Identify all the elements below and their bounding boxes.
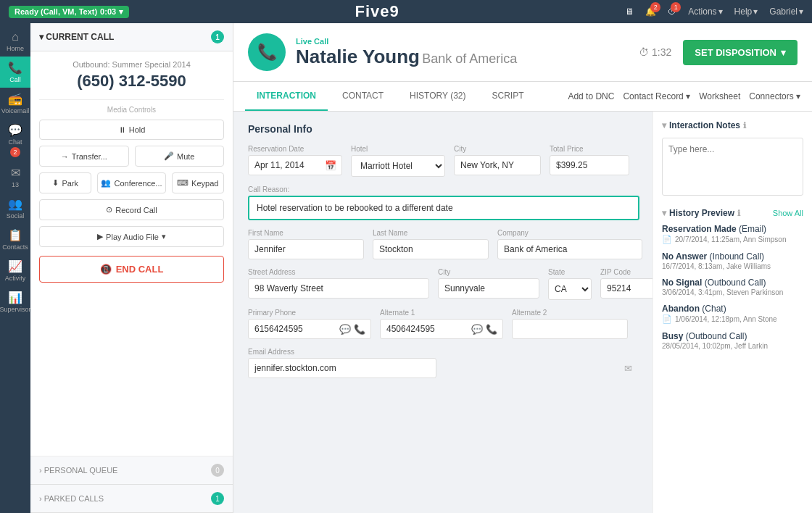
- end-call-button[interactable]: 📵 END CALL: [39, 256, 224, 283]
- phone-icon: 📞: [257, 43, 277, 62]
- notes-info-icon[interactable]: ℹ: [743, 121, 746, 130]
- user-menu[interactable]: Gabriel ▾: [769, 7, 803, 17]
- alt2-group: Alternate 2: [512, 309, 628, 339]
- sidebar-item-supervisor[interactable]: 📊 Supervisor: [0, 286, 30, 317]
- help-menu[interactable]: Help ▾: [734, 7, 758, 17]
- history-preview-title: ▾ History Preview ℹ: [662, 208, 740, 218]
- state-group: State CA: [548, 268, 592, 300]
- street-input[interactable]: [248, 278, 429, 299]
- sidebar-item-social[interactable]: 👥 Social: [0, 193, 30, 224]
- alt1-sms-icon[interactable]: 💬: [471, 324, 483, 335]
- personal-queue-section[interactable]: › PERSONAL QUEUE 0: [30, 456, 233, 485]
- record-call-button[interactable]: ⊙ Record Call: [39, 199, 224, 220]
- tab-contact[interactable]: CONTACT: [331, 82, 395, 111]
- clock-badge: 1: [671, 2, 681, 12]
- right-panel: ▾ Interaction Notes ℹ ▾ History Preview …: [652, 112, 812, 513]
- state-select[interactable]: CA: [548, 278, 592, 300]
- park-button[interactable]: ⬇ Park: [39, 172, 91, 193]
- last-name-input[interactable]: [373, 239, 489, 259]
- interaction-notes-textarea[interactable]: [662, 138, 803, 196]
- chat-badge: 2: [10, 147, 20, 157]
- mute-icon: 🎤: [164, 151, 174, 161]
- history-item-3: Abandon (Chat) 📄 1/06/2014, 12:18pm, Ann…: [662, 304, 803, 324]
- set-disposition-button[interactable]: SET DISPOSITION ▾: [683, 40, 798, 65]
- play-audio-button[interactable]: ▶ Play Audio File ▾: [39, 226, 224, 247]
- company-input[interactable]: [497, 239, 642, 259]
- personal-info-title: Personal Info: [248, 123, 638, 135]
- keypad-button[interactable]: ⌨ Keypad: [172, 172, 224, 193]
- alt1-call-icon[interactable]: 📞: [486, 324, 497, 335]
- history-item-3-title: Abandon (Chat): [662, 304, 803, 314]
- pause-icon: ⏸: [118, 125, 126, 134]
- sidebar-item-activity[interactable]: 📈 Activity: [0, 255, 30, 286]
- voicemail-icon: 📻: [8, 92, 22, 106]
- total-price-input[interactable]: [550, 155, 629, 175]
- history-list: Reservation Made (Email) 📄 20/7/2014, 11…: [662, 224, 803, 350]
- connectors-link[interactable]: Connectors: [749, 91, 800, 101]
- city-input[interactable]: [454, 155, 541, 175]
- email-input[interactable]: [248, 358, 436, 378]
- sidebar-item-chat[interactable]: 💬 Chat 2: [0, 119, 30, 162]
- first-name-group: First Name: [248, 229, 364, 259]
- phone-call-icon[interactable]: 📞: [354, 324, 365, 335]
- live-call-label: Live Call: [296, 37, 517, 46]
- topbar: Ready (Call, VM, Text) 0:03 ▾ Five9 🖥 🔔 …: [0, 0, 812, 23]
- tab-interaction[interactable]: INTERACTION: [245, 82, 328, 111]
- add-to-dnc-link[interactable]: Add to DNC: [568, 91, 614, 101]
- transfer-button[interactable]: → Transfer...: [39, 146, 129, 167]
- supervisor-icon: 📊: [8, 291, 22, 304]
- notes-toggle[interactable]: ▾: [662, 120, 666, 130]
- hotel-select[interactable]: Marriott Hotel: [351, 155, 445, 177]
- history-item-0-title: Reservation Made (Email): [662, 224, 803, 234]
- show-all-link[interactable]: Show All: [773, 209, 803, 217]
- street-label: Street Address: [248, 268, 429, 276]
- sms-icon[interactable]: 💬: [339, 324, 351, 335]
- sidebar-item-voicemail[interactable]: 📻 Voicemail: [0, 88, 30, 119]
- worksheet-link[interactable]: Worksheet: [699, 91, 740, 101]
- history-info-icon[interactable]: ℹ: [737, 209, 740, 218]
- city-label: City: [454, 145, 541, 153]
- primary-phone-label: Primary Phone: [248, 309, 371, 317]
- street-group: Street Address: [248, 268, 429, 300]
- history-item-1-title: No Answer (Inbound Call): [662, 251, 803, 262]
- zip-input[interactable]: [600, 278, 652, 299]
- history-item-0-sub: 📄 20/7/2014, 11:25am, Ann Simpson: [662, 235, 803, 244]
- actions-menu[interactable]: Actions ▾: [688, 7, 722, 17]
- call-timer: ⏱ 1:32: [639, 46, 671, 58]
- transfer-mute-row: → Transfer... 🎤 Mute: [39, 146, 224, 167]
- tabs-bar: INTERACTION CONTACT HISTORY (32) SCRIPT …: [233, 82, 812, 112]
- topbar-left: Ready (Call, VM, Text) 0:03 ▾: [9, 6, 129, 18]
- history-item-4-title: Busy (Outbound Call): [662, 331, 803, 341]
- history-toggle[interactable]: ▾: [662, 208, 666, 218]
- conference-button[interactable]: 👥 Conference...: [97, 172, 165, 193]
- tab-history[interactable]: HISTORY (32): [398, 82, 477, 111]
- email-group: Email Address ✉: [248, 348, 638, 378]
- monitor-icon[interactable]: 🖥: [625, 7, 634, 17]
- current-call-header[interactable]: ▾ CURRENT CALL 1: [30, 23, 233, 51]
- contact-record-link[interactable]: Contact Record: [623, 91, 690, 101]
- sidebar-item-email[interactable]: ✉ 13: [0, 162, 30, 193]
- sidebar-item-call[interactable]: 📞 Call: [0, 57, 30, 88]
- call-header: 📞 Live Call Natalie Young Bank of Americ…: [233, 23, 812, 82]
- sidebar-item-contacts[interactable]: 📋 Contacts: [0, 224, 30, 255]
- alt2-input[interactable]: [512, 319, 628, 339]
- clock-icon[interactable]: ⏱ 1: [668, 7, 676, 17]
- first-name-input[interactable]: [248, 239, 364, 259]
- mute-button[interactable]: 🎤 Mute: [135, 146, 225, 167]
- play-dropdown-icon: ▾: [162, 232, 166, 241]
- hold-button[interactable]: ⏸ Hold: [39, 120, 224, 140]
- conference-icon: 👥: [101, 178, 111, 188]
- tab-script[interactable]: SCRIPT: [480, 82, 535, 111]
- sidebar-item-home[interactable]: ⌂ Home: [0, 26, 30, 57]
- call-reason-input[interactable]: [248, 196, 639, 220]
- file-icon-3: 📄: [662, 314, 672, 324]
- notification-icon[interactable]: 🔔 2: [645, 7, 656, 17]
- email-label: Email Address: [248, 348, 638, 356]
- dropdown-icon[interactable]: ▾: [119, 7, 123, 17]
- history-item-2: No Signal (Outbound Call) 3/06/2014, 3:4…: [662, 278, 803, 296]
- city2-input[interactable]: [438, 278, 539, 299]
- parked-calls-section[interactable]: › PARKED CALLS 1: [30, 485, 233, 513]
- city2-label: City: [438, 268, 539, 276]
- email-input-wrap: ✉: [248, 358, 638, 378]
- call-header-right: ⏱ 1:32 SET DISPOSITION ▾: [639, 40, 798, 65]
